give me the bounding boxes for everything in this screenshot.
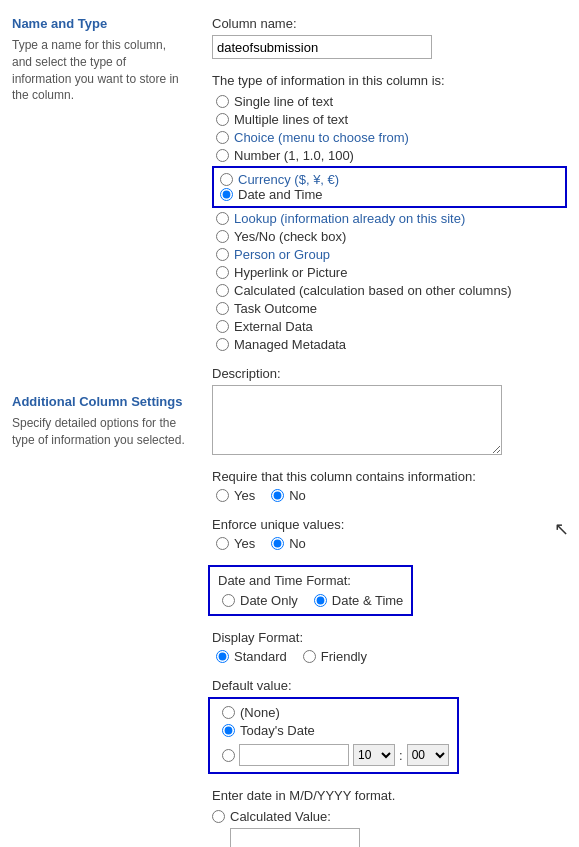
- calculated-value-radio[interactable]: Calculated Value:: [212, 809, 567, 824]
- display-friendly-input[interactable]: [303, 650, 316, 663]
- require-no[interactable]: No: [271, 488, 306, 503]
- radio-single-line[interactable]: Single line of text: [216, 94, 567, 109]
- default-value-box: (None) Today's Date 10 :: [208, 697, 459, 774]
- require-info-label: Require that this column contains inform…: [212, 469, 567, 484]
- radio-task-outcome-input[interactable]: [216, 302, 229, 315]
- radio-task-outcome[interactable]: Task Outcome: [216, 301, 567, 316]
- display-format-radios: Standard Friendly: [216, 649, 567, 664]
- radio-yes-no[interactable]: Yes/No (check box): [216, 229, 567, 244]
- radio-managed-metadata-input[interactable]: [216, 338, 229, 351]
- radio-multiple-lines-input[interactable]: [216, 113, 229, 126]
- require-yes[interactable]: Yes: [216, 488, 255, 503]
- display-standard-input[interactable]: [216, 650, 229, 663]
- radio-person-group-input[interactable]: [216, 248, 229, 261]
- default-none[interactable]: (None): [222, 705, 449, 720]
- column-type-radio-group: Single line of text Multiple lines of te…: [216, 94, 567, 352]
- radio-managed-metadata[interactable]: Managed Metadata: [216, 337, 567, 352]
- radio-lookup[interactable]: Lookup (information already on this site…: [216, 211, 567, 226]
- radio-choice[interactable]: Choice (menu to choose from): [216, 130, 567, 145]
- format-date-only-input[interactable]: [222, 594, 235, 607]
- format-date-time[interactable]: Date & Time: [314, 593, 404, 608]
- column-name-input[interactable]: [212, 35, 432, 59]
- radio-number-input[interactable]: [216, 149, 229, 162]
- additional-settings-desc: Specify detailed options for the type of…: [12, 415, 188, 449]
- highlighted-type-box: Currency ($, ¥, €) Date and Time: [212, 166, 567, 208]
- default-value-label: Default value:: [212, 678, 567, 693]
- calculated-value-textfield[interactable]: [230, 828, 360, 847]
- enforce-no-input[interactable]: [271, 537, 284, 550]
- enforce-yes[interactable]: Yes: [216, 536, 255, 551]
- require-info-radios: Yes No: [216, 488, 567, 503]
- default-hour-select[interactable]: 10: [353, 744, 395, 766]
- enforce-unique-label: Enforce unique values:: [212, 517, 567, 532]
- radio-person-group[interactable]: Person or Group: [216, 247, 567, 262]
- enforce-unique-radios: Yes No: [216, 536, 567, 551]
- radio-date-time-input[interactable]: [220, 188, 233, 201]
- date-time-format-box: Date and Time Format: Date Only Date & T…: [208, 565, 413, 616]
- format-date-only[interactable]: Date Only: [222, 593, 298, 608]
- additional-settings-title: Additional Column Settings: [12, 394, 188, 409]
- date-time-format-label: Date and Time Format:: [218, 573, 403, 588]
- radio-lookup-input[interactable]: [216, 212, 229, 225]
- radio-hyperlink[interactable]: Hyperlink or Picture: [216, 265, 567, 280]
- radio-choice-input[interactable]: [216, 131, 229, 144]
- default-specific-input[interactable]: [222, 749, 235, 762]
- default-specific[interactable]: [222, 749, 235, 762]
- radio-multiple-lines[interactable]: Multiple lines of text: [216, 112, 567, 127]
- radio-calculated-input[interactable]: [216, 284, 229, 297]
- enforce-yes-input[interactable]: [216, 537, 229, 550]
- display-friendly[interactable]: Friendly: [303, 649, 367, 664]
- radio-currency[interactable]: Currency ($, ¥, €): [220, 172, 559, 187]
- enforce-no[interactable]: No: [271, 536, 306, 551]
- default-today[interactable]: Today's Date: [222, 723, 449, 738]
- default-minute-select[interactable]: 00: [407, 744, 449, 766]
- cursor: ↖: [554, 518, 569, 540]
- radio-external-data[interactable]: External Data: [216, 319, 567, 334]
- default-value-radios: (None) Today's Date 10 :: [222, 705, 449, 766]
- name-and-type-title: Name and Type: [12, 16, 188, 31]
- default-date-input[interactable]: [239, 744, 349, 766]
- require-no-input[interactable]: [271, 489, 284, 502]
- radio-hyperlink-input[interactable]: [216, 266, 229, 279]
- radio-calculated[interactable]: Calculated (calculation based on other c…: [216, 283, 567, 298]
- display-standard[interactable]: Standard: [216, 649, 287, 664]
- display-format-label: Display Format:: [212, 630, 567, 645]
- description-label: Description:: [212, 366, 567, 381]
- column-type-label: The type of information in this column i…: [212, 73, 567, 88]
- radio-date-time[interactable]: Date and Time: [220, 187, 559, 202]
- name-and-type-desc: Type a name for this column, and select …: [12, 37, 188, 104]
- description-textarea[interactable]: [212, 385, 502, 455]
- radio-yes-no-input[interactable]: [216, 230, 229, 243]
- radio-currency-input[interactable]: [220, 173, 233, 186]
- default-today-input[interactable]: [222, 724, 235, 737]
- calculated-value-input[interactable]: [212, 810, 225, 823]
- format-date-time-input[interactable]: [314, 594, 327, 607]
- radio-external-data-input[interactable]: [216, 320, 229, 333]
- column-name-label: Column name:: [212, 16, 567, 31]
- radio-number[interactable]: Number (1, 1.0, 100): [216, 148, 567, 163]
- date-format-hint: Enter date in M/D/YYYY format.: [212, 788, 567, 803]
- date-time-format-radios: Date Only Date & Time: [222, 593, 403, 608]
- default-none-input[interactable]: [222, 706, 235, 719]
- radio-single-line-input[interactable]: [216, 95, 229, 108]
- require-yes-input[interactable]: [216, 489, 229, 502]
